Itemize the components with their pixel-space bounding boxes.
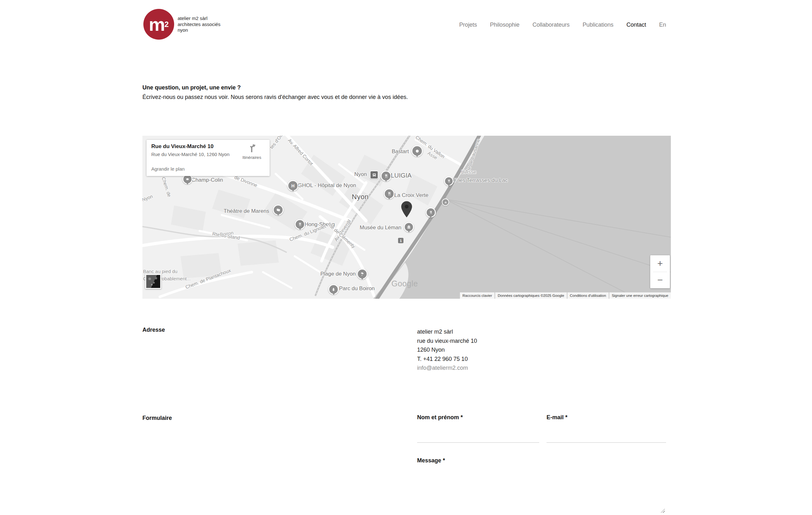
map-label-poi: robablement... [160, 276, 191, 281]
theater-masks-icon [276, 208, 281, 212]
message-textarea[interactable] [417, 467, 667, 514]
restaurant-icon [384, 174, 388, 178]
map-label-hospital: GHOL - Hôpital de Nyon [298, 182, 356, 189]
train-icon [372, 173, 377, 177]
logo-sub: 2 [165, 20, 169, 29]
map-card-title: Rue du Vieux-Marché 10 [151, 143, 213, 150]
address-block: atelier m2 sàrl rue du vieux-marché 10 1… [417, 327, 477, 373]
poi-pin-monument[interactable] [442, 199, 449, 206]
monument-icon [444, 201, 447, 204]
map-data-copyright: Données cartographiques ©2025 Google [495, 292, 567, 299]
map-label-poi: Musée du Léman [360, 224, 401, 231]
map-label-city: Nyon [352, 193, 369, 201]
email-label: E-mail * [547, 414, 666, 421]
map-label-poi: La Croix Verte [394, 192, 429, 199]
name-field: Nom et prénom * [417, 414, 539, 443]
google-map[interactable]: Av. Alfred Cortot Bastart Chem. du Vallo… [142, 136, 671, 299]
map-zoom-control: + − [650, 255, 670, 288]
poi-pin-restaurant-terrasses[interactable] [444, 176, 454, 186]
email-link[interactable]: info@atelierm2.com [417, 363, 477, 373]
form-heading: Formulaire [142, 415, 172, 421]
museum-icon [407, 225, 411, 229]
train-station-icon[interactable] [370, 171, 378, 179]
main-nav: Projets Philosophie Collaborateurs Publi… [459, 22, 666, 28]
map-label-station: Nyon [354, 171, 367, 178]
logo-line-3: nyon [178, 27, 221, 33]
poi-pin-restaurant-croix-verte[interactable] [384, 188, 395, 199]
google-watermark: Google [392, 279, 418, 288]
directions-button[interactable]: Itinéraires [237, 143, 266, 160]
report-map-error-link[interactable]: Signaler une erreur cartographique [609, 292, 671, 299]
map-label-poi: Bastart [392, 148, 409, 155]
nav-item-contact[interactable]: Contact [627, 22, 646, 28]
beach-icon [360, 272, 365, 276]
route-shield: 1 [398, 238, 403, 243]
name-label: Nom et prénom * [417, 414, 539, 421]
tree-icon [331, 287, 336, 292]
zoom-in-button[interactable]: + [650, 255, 670, 272]
email-field: E-mail * [547, 414, 666, 443]
hospital-h-icon: H [291, 184, 294, 188]
marker-icon [401, 201, 412, 217]
map-info-card: Rue du Vieux-Marché 10 Rue du Vieux-Marc… [147, 140, 270, 176]
nav-item-collaborateurs[interactable]: Collaborateurs [532, 22, 570, 28]
enlarge-map-link[interactable]: Agrandir le plan [151, 166, 184, 172]
satellite-view-toggle[interactable] [145, 274, 161, 289]
map-label-water: L'Asse [461, 169, 476, 175]
intro-body: Écrivez-nous ou passez nous voir. Nous s… [142, 94, 408, 100]
pin-dot-icon [416, 150, 419, 153]
map-label-poi: O' les Terrasses du Lac [452, 177, 508, 184]
directions-icon [247, 143, 257, 153]
map-label-poi: Théâtre de Marens [224, 208, 269, 214]
email-input[interactable] [547, 423, 666, 443]
location-marker-pin[interactable] [401, 201, 412, 219]
address-line-city: 1260 Nyon [417, 345, 477, 355]
nav-item-projets[interactable]: Projets [459, 22, 477, 28]
map-attribution-bar: Raccourcis clavier Données cartographiqu… [460, 292, 671, 299]
nav-item-language-en[interactable]: En [659, 22, 666, 28]
intro-title: Une question, un projet, une envie ? [142, 84, 241, 91]
restaurant-icon [447, 179, 451, 183]
nav-item-publications[interactable]: Publications [583, 22, 613, 28]
poi-pin-restaurant-hong-sheng[interactable] [295, 219, 305, 230]
poi-pin-restaurant-luigia[interactable] [381, 171, 392, 181]
map-label-poi: Champ-Colin [192, 177, 223, 183]
directions-label: Itinéraires [237, 155, 266, 160]
map-label-poi: LUIGIA [391, 172, 412, 179]
poi-pin-plage-de-nyon[interactable] [357, 269, 368, 279]
poi-pin-bastart[interactable] [411, 145, 423, 157]
address-heading: Adresse [142, 327, 165, 333]
address-line-phone: T. +41 22 960 75 10 [417, 355, 477, 364]
terms-of-use-link[interactable]: Conditions d'utilisation [568, 292, 609, 299]
restaurant-icon [429, 211, 433, 214]
keyboard-shortcuts-link[interactable]: Raccourcis clavier [460, 292, 494, 299]
logo[interactable]: m2 [143, 9, 174, 40]
name-input[interactable] [417, 423, 539, 443]
poi-pin-hospital-ghol[interactable]: H [287, 180, 298, 191]
poi-pin-restaurant[interactable] [426, 207, 436, 217]
logo-line-1: atelier m2 sàrl [178, 16, 221, 22]
logo-mark: m [149, 15, 165, 34]
nav-item-philosophie[interactable]: Philosophie [490, 22, 520, 28]
zoom-out-button[interactable]: − [650, 272, 670, 289]
place-icon [185, 177, 190, 181]
restaurant-icon [387, 191, 392, 196]
logo-line-2: architectes associés [178, 22, 221, 28]
restaurant-icon [298, 222, 302, 226]
logo-text: atelier m2 sàrl architectes associés nyo… [178, 16, 221, 33]
poi-pin-musee-du-leman[interactable] [404, 222, 414, 232]
address-line-company: atelier m2 sàrl [417, 327, 477, 336]
message-label: Message * [417, 457, 445, 464]
map-card-subtitle: Rue du Vieux-Marché 10, 1260 Nyon [151, 152, 230, 157]
map-label-poi: Parc du Boiron [339, 285, 375, 292]
poi-pin-parc-du-boiron[interactable] [328, 284, 339, 295]
address-line-street: rue du vieux-marché 10 [417, 336, 477, 346]
map-label-poi: Banc au pied du [143, 269, 177, 274]
poi-pin-theatre-marens[interactable] [273, 205, 284, 215]
map-label-poi: Plage de Nyon [320, 271, 356, 277]
